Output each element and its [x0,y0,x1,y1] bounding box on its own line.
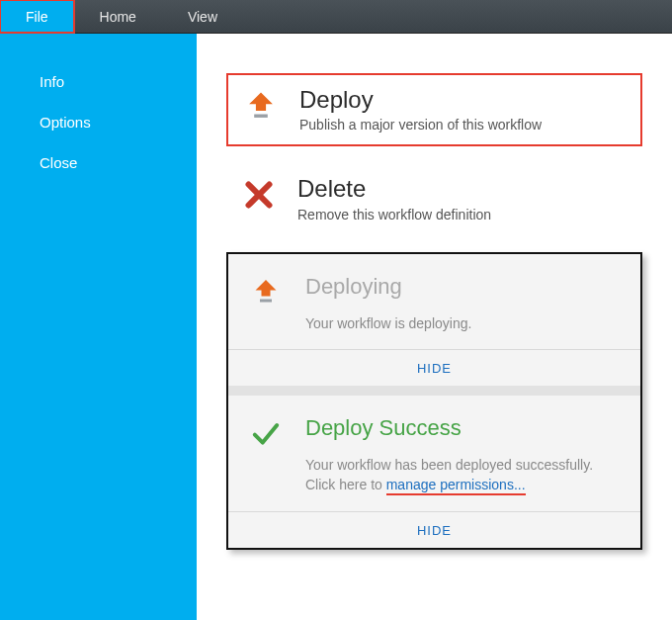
delete-icon [240,176,278,214]
menu-file[interactable]: File [0,0,74,33]
card-success-hide-row: HIDE [228,511,640,548]
action-delete-subtitle: Remove this workflow definition [297,207,491,222]
menu-view[interactable]: View [162,0,243,33]
main-pane: Deploy Publish a major version of this w… [197,34,672,620]
sidebar-item-close[interactable]: Close [0,142,197,183]
svg-marker-4 [256,280,277,297]
card-deploying-title: Deploying [305,274,471,300]
card-success-desc: Your workflow has been deployed successf… [305,455,621,495]
sidebar-item-info[interactable]: Info [0,61,197,102]
action-deploy[interactable]: Deploy Publish a major version of this w… [226,73,642,146]
status-cards: Deploying Your workflow is deploying. HI… [226,252,642,550]
hide-button[interactable]: HIDE [417,361,452,376]
deploy-icon [248,274,284,310]
deploy-icon [242,87,280,125]
menubar: File Home View [0,0,672,34]
svg-rect-1 [254,115,268,118]
action-deploy-subtitle: Publish a major version of this workflow [299,117,542,133]
svg-marker-0 [249,92,273,111]
check-icon [248,415,284,451]
card-deploying-hide-row: HIDE [228,349,640,386]
svg-rect-5 [260,299,272,302]
action-delete[interactable]: Delete Remove this workflow definition [226,164,642,233]
card-deploying: Deploying Your workflow is deploying. HI… [228,254,640,386]
card-separator [228,386,640,396]
sidebar: Info Options Close [0,34,197,620]
card-deploy-success: Deploy Success Your workflow has been de… [228,396,640,548]
action-delete-title: Delete [297,176,491,202]
manage-permissions-link[interactable]: manage permissions... [386,477,526,495]
card-success-title: Deploy Success [305,415,621,441]
action-deploy-title: Deploy [299,87,542,113]
card-deploying-desc: Your workflow is deploying. [305,313,471,333]
hide-button[interactable]: HIDE [417,523,452,538]
sidebar-item-options[interactable]: Options [0,102,197,142]
menu-home[interactable]: Home [74,0,162,33]
